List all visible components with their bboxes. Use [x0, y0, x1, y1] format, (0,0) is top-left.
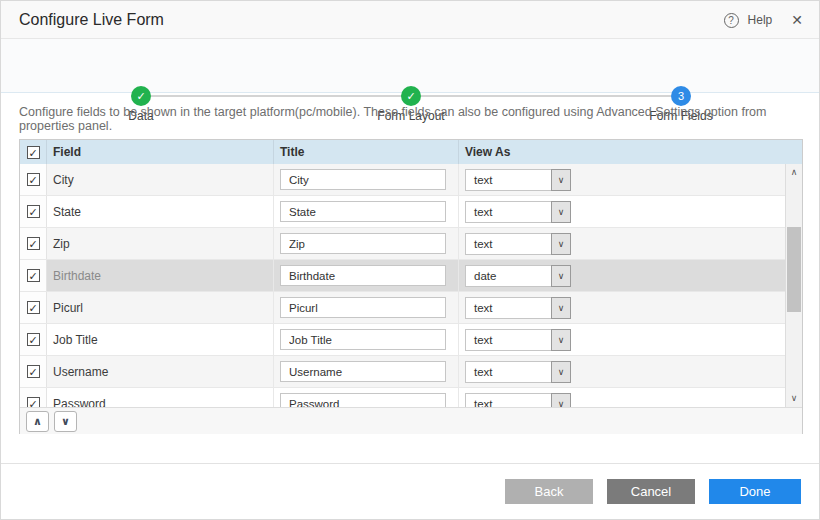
title-input[interactable]: [280, 393, 446, 407]
column-header-title: Title: [274, 140, 459, 164]
view-as-cell: date∨: [459, 260, 802, 291]
row-checkbox[interactable]: ✓: [27, 365, 40, 378]
view-as-value: text: [465, 233, 551, 255]
vertical-scrollbar[interactable]: ∧ ∨: [785, 164, 802, 407]
chevron-down-icon[interactable]: ∨: [551, 393, 571, 408]
view-as-cell: text∨: [459, 388, 802, 407]
back-button[interactable]: Back: [505, 479, 593, 504]
field-name: Zip: [47, 228, 274, 259]
field-name: Job Title: [47, 324, 274, 355]
view-as-select[interactable]: text∨: [465, 297, 571, 319]
title-input[interactable]: [280, 265, 446, 286]
title-input[interactable]: [280, 361, 446, 382]
scrollbar-up-icon[interactable]: ∧: [786, 164, 802, 181]
view-as-select[interactable]: text∨: [465, 233, 571, 255]
view-as-value: text: [465, 393, 551, 408]
view-as-select[interactable]: date∨: [465, 265, 571, 287]
title-input[interactable]: [280, 329, 446, 350]
done-button[interactable]: Done: [709, 479, 801, 504]
close-icon[interactable]: ✕: [791, 12, 803, 28]
view-as-cell: text∨: [459, 292, 802, 323]
field-name: City: [47, 164, 274, 195]
move-up-button[interactable]: ∧: [26, 411, 49, 432]
table-row[interactable]: ✓Picurltext∨: [20, 292, 802, 324]
row-checkbox[interactable]: ✓: [27, 397, 40, 407]
title-cell: [274, 292, 459, 323]
scrollbar-down-icon[interactable]: ∨: [786, 390, 802, 407]
select-all-checkbox[interactable]: ✓: [27, 146, 40, 159]
step-form-fields-icon[interactable]: 3: [671, 86, 691, 106]
table-footer: ∧ ∨: [20, 407, 802, 434]
help-icon[interactable]: ?: [724, 13, 739, 28]
view-as-select[interactable]: text∨: [465, 393, 571, 408]
table-row[interactable]: ✓Statetext∨: [20, 196, 802, 228]
view-as-cell: text∨: [459, 196, 802, 227]
view-as-value: text: [465, 361, 551, 383]
table-row[interactable]: ✓Job Titletext∨: [20, 324, 802, 356]
row-checkbox-cell: ✓: [20, 388, 47, 407]
table-row[interactable]: ✓Passwordtext∨: [20, 388, 802, 407]
view-as-value: date: [465, 265, 551, 287]
move-down-button[interactable]: ∨: [54, 411, 77, 432]
table-row[interactable]: ✓Usernametext∨: [20, 356, 802, 388]
view-as-value: text: [465, 169, 551, 191]
title-input[interactable]: [280, 201, 446, 222]
view-as-select[interactable]: text∨: [465, 169, 571, 191]
title-cell: [274, 164, 459, 195]
field-name: Username: [47, 356, 274, 387]
chevron-down-icon[interactable]: ∨: [551, 233, 571, 255]
dialog-title: Configure Live Form: [19, 1, 164, 39]
step-connector: [151, 95, 411, 97]
step-connector: [421, 95, 671, 97]
column-header-field: Field: [47, 140, 274, 164]
table-row[interactable]: ✓Citytext∨: [20, 164, 802, 196]
row-checkbox-cell: ✓: [20, 324, 47, 355]
view-as-value: text: [465, 297, 551, 319]
row-checkbox[interactable]: ✓: [27, 205, 40, 218]
row-checkbox[interactable]: ✓: [27, 301, 40, 314]
view-as-cell: text∨: [459, 164, 802, 195]
row-checkbox[interactable]: ✓: [27, 237, 40, 250]
title-input[interactable]: [280, 233, 446, 254]
title-input[interactable]: [280, 297, 446, 318]
chevron-down-icon[interactable]: ∨: [551, 169, 571, 191]
description-text: Configure fields to be shown in the targ…: [19, 105, 801, 133]
view-as-select[interactable]: text∨: [465, 361, 571, 383]
configure-live-form-dialog: Configure Live Form ? Help ✕ ✓ ✓ 3 Data …: [0, 0, 820, 520]
scrollbar-thumb[interactable]: [787, 227, 801, 312]
view-as-cell: text∨: [459, 356, 802, 387]
chevron-down-icon[interactable]: ∨: [551, 201, 571, 223]
table-row[interactable]: ✓Birthdatedate∨: [20, 260, 802, 292]
row-checkbox[interactable]: ✓: [27, 333, 40, 346]
step-form-layout-icon[interactable]: ✓: [401, 86, 421, 106]
view-as-select[interactable]: text∨: [465, 329, 571, 351]
title-input[interactable]: [280, 169, 446, 190]
row-checkbox-cell: ✓: [20, 292, 47, 323]
fields-table: ✓ Field Title View As ✓Citytext∨✓Statete…: [19, 139, 803, 434]
field-name: Picurl: [47, 292, 274, 323]
chevron-down-icon[interactable]: ∨: [551, 329, 571, 351]
chevron-down-icon[interactable]: ∨: [551, 297, 571, 319]
view-as-value: text: [465, 329, 551, 351]
row-checkbox[interactable]: ✓: [27, 269, 40, 282]
help-link[interactable]: Help: [748, 13, 773, 27]
field-name: Password: [47, 388, 274, 407]
column-header-view-as: View As: [459, 140, 802, 164]
title-cell: [274, 388, 459, 407]
chevron-down-icon[interactable]: ∨: [551, 361, 571, 383]
table-body: ✓Citytext∨✓Statetext∨✓Ziptext∨✓Birthdate…: [20, 164, 802, 407]
view-as-select[interactable]: text∨: [465, 201, 571, 223]
titlebar-actions: ? Help ✕: [724, 1, 803, 39]
row-checkbox[interactable]: ✓: [27, 173, 40, 186]
view-as-cell: text∨: [459, 228, 802, 259]
title-cell: [274, 228, 459, 259]
step-data-icon[interactable]: ✓: [131, 86, 151, 106]
table-row[interactable]: ✓Ziptext∨: [20, 228, 802, 260]
row-checkbox-cell: ✓: [20, 356, 47, 387]
view-as-cell: text∨: [459, 324, 802, 355]
chevron-down-icon[interactable]: ∨: [551, 265, 571, 287]
row-checkbox-cell: ✓: [20, 260, 47, 291]
title-cell: [274, 356, 459, 387]
cancel-button[interactable]: Cancel: [607, 479, 695, 504]
footer-divider: [1, 463, 819, 464]
